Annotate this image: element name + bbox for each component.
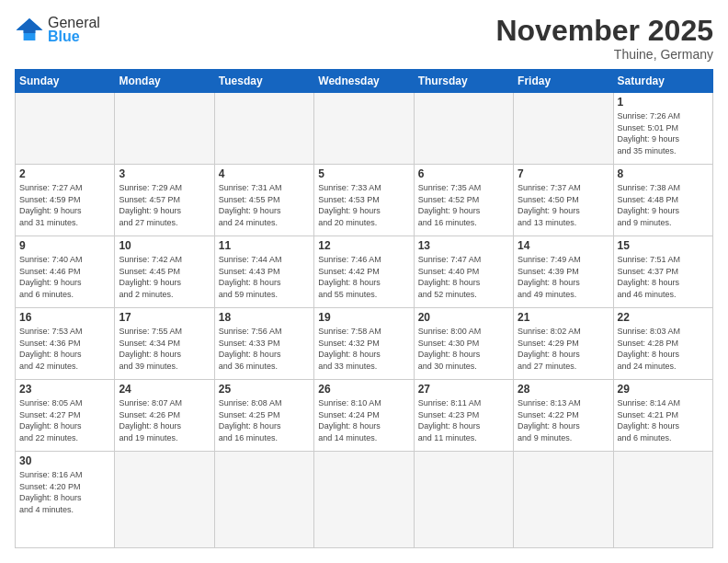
day-info: Sunrise: 8:14 AM Sunset: 4:21 PM Dayligh… (618, 397, 709, 443)
calendar-cell: 21Sunrise: 8:02 AM Sunset: 4:29 PM Dayli… (514, 308, 613, 380)
calendar-week-2: 9Sunrise: 7:40 AM Sunset: 4:46 PM Daylig… (16, 236, 713, 308)
day-info: Sunrise: 7:33 AM Sunset: 4:53 PM Dayligh… (318, 182, 409, 228)
calendar-cell: 19Sunrise: 7:58 AM Sunset: 4:32 PM Dayli… (314, 308, 414, 380)
day-info: Sunrise: 7:55 AM Sunset: 4:34 PM Dayligh… (119, 326, 210, 372)
day-number: 23 (19, 383, 110, 396)
day-number: 9 (19, 239, 110, 252)
day-number: 8 (618, 167, 709, 180)
day-header-sunday: Sunday (16, 70, 115, 93)
calendar-week-4: 23Sunrise: 8:05 AM Sunset: 4:27 PM Dayli… (16, 380, 713, 452)
day-number: 22 (618, 311, 709, 324)
day-number: 16 (19, 311, 110, 324)
calendar-cell: 24Sunrise: 8:07 AM Sunset: 4:26 PM Dayli… (115, 380, 214, 452)
day-header-friday: Friday (514, 70, 613, 93)
day-info: Sunrise: 8:07 AM Sunset: 4:26 PM Dayligh… (119, 397, 210, 443)
day-info: Sunrise: 7:27 AM Sunset: 4:59 PM Dayligh… (19, 182, 110, 228)
day-info: Sunrise: 8:08 AM Sunset: 4:25 PM Dayligh… (219, 397, 310, 443)
calendar-cell: 10Sunrise: 7:42 AM Sunset: 4:45 PM Dayli… (115, 236, 214, 308)
day-info: Sunrise: 7:38 AM Sunset: 4:48 PM Dayligh… (618, 182, 709, 228)
calendar-cell: 7Sunrise: 7:37 AM Sunset: 4:50 PM Daylig… (514, 165, 613, 236)
calendar-cell: 18Sunrise: 7:56 AM Sunset: 4:33 PM Dayli… (214, 308, 313, 380)
day-number: 3 (119, 167, 210, 180)
calendar-cell (16, 93, 115, 165)
day-info: Sunrise: 7:31 AM Sunset: 4:55 PM Dayligh… (219, 182, 310, 228)
day-number: 21 (518, 311, 609, 324)
page: General Blue November 2025 Thuine, Germa… (0, 0, 728, 563)
day-number: 5 (318, 167, 409, 180)
day-number: 27 (418, 383, 509, 396)
day-header-saturday: Saturday (613, 70, 712, 93)
calendar-cell: 20Sunrise: 8:00 AM Sunset: 4:30 PM Dayli… (414, 308, 513, 380)
calendar-cell: 4Sunrise: 7:31 AM Sunset: 4:55 PM Daylig… (214, 165, 313, 236)
calendar-cell (314, 452, 414, 548)
calendar-cell: 22Sunrise: 8:03 AM Sunset: 4:28 PM Dayli… (613, 308, 712, 380)
calendar-cell: 17Sunrise: 7:55 AM Sunset: 4:34 PM Dayli… (115, 308, 214, 380)
day-info: Sunrise: 7:42 AM Sunset: 4:45 PM Dayligh… (119, 254, 210, 300)
calendar-cell (115, 452, 214, 548)
calendar-cell (214, 452, 313, 548)
day-info: Sunrise: 7:51 AM Sunset: 4:37 PM Dayligh… (618, 254, 709, 300)
calendar-cell: 15Sunrise: 7:51 AM Sunset: 4:37 PM Dayli… (613, 236, 712, 308)
day-info: Sunrise: 7:44 AM Sunset: 4:43 PM Dayligh… (219, 254, 310, 300)
calendar-cell: 9Sunrise: 7:40 AM Sunset: 4:46 PM Daylig… (16, 236, 115, 308)
day-info: Sunrise: 7:29 AM Sunset: 4:57 PM Dayligh… (119, 182, 210, 228)
day-info: Sunrise: 7:53 AM Sunset: 4:36 PM Dayligh… (19, 326, 110, 372)
logo: General Blue (15, 15, 100, 44)
day-number: 1 (618, 96, 709, 109)
day-info: Sunrise: 7:56 AM Sunset: 4:33 PM Dayligh… (219, 326, 310, 372)
day-info: Sunrise: 7:46 AM Sunset: 4:42 PM Dayligh… (318, 254, 409, 300)
day-info: Sunrise: 7:40 AM Sunset: 4:46 PM Dayligh… (19, 254, 110, 300)
day-info: Sunrise: 7:26 AM Sunset: 5:01 PM Dayligh… (618, 110, 709, 156)
title-block: November 2025 Thuine, Germany (495, 15, 713, 62)
calendar-cell: 23Sunrise: 8:05 AM Sunset: 4:27 PM Dayli… (16, 380, 115, 452)
calendar-week-3: 16Sunrise: 7:53 AM Sunset: 4:36 PM Dayli… (16, 308, 713, 380)
calendar-cell: 6Sunrise: 7:35 AM Sunset: 4:52 PM Daylig… (414, 165, 513, 236)
day-number: 24 (119, 383, 210, 396)
svg-marker-1 (17, 18, 43, 33)
calendar-cell: 1Sunrise: 7:26 AM Sunset: 5:01 PM Daylig… (613, 93, 712, 165)
calendar-cell: 13Sunrise: 7:47 AM Sunset: 4:40 PM Dayli… (414, 236, 513, 308)
day-number: 19 (318, 311, 409, 324)
day-number: 28 (518, 383, 609, 396)
day-header-thursday: Thursday (414, 70, 513, 93)
day-number: 15 (618, 239, 709, 252)
day-number: 13 (418, 239, 509, 252)
calendar-week-0: 1Sunrise: 7:26 AM Sunset: 5:01 PM Daylig… (16, 93, 713, 165)
day-info: Sunrise: 7:58 AM Sunset: 4:32 PM Dayligh… (318, 326, 409, 372)
day-number: 29 (618, 383, 709, 396)
day-number: 20 (418, 311, 509, 324)
day-info: Sunrise: 8:05 AM Sunset: 4:27 PM Dayligh… (19, 397, 110, 443)
calendar-cell: 14Sunrise: 7:49 AM Sunset: 4:39 PM Dayli… (514, 236, 613, 308)
calendar-cell: 12Sunrise: 7:46 AM Sunset: 4:42 PM Dayli… (314, 236, 414, 308)
calendar-cell: 11Sunrise: 7:44 AM Sunset: 4:43 PM Dayli… (214, 236, 313, 308)
calendar-cell: 3Sunrise: 7:29 AM Sunset: 4:57 PM Daylig… (115, 165, 214, 236)
calendar-week-1: 2Sunrise: 7:27 AM Sunset: 4:59 PM Daylig… (16, 165, 713, 236)
day-info: Sunrise: 7:49 AM Sunset: 4:39 PM Dayligh… (518, 254, 609, 300)
day-number: 11 (219, 239, 310, 252)
day-number: 26 (318, 383, 409, 396)
calendar-cell (514, 452, 613, 548)
calendar-cell (414, 452, 513, 548)
day-info: Sunrise: 8:03 AM Sunset: 4:28 PM Dayligh… (618, 326, 709, 372)
day-number: 2 (19, 167, 110, 180)
day-info: Sunrise: 8:00 AM Sunset: 4:30 PM Dayligh… (418, 326, 509, 372)
day-number: 14 (518, 239, 609, 252)
month-title: November 2025 (495, 15, 713, 47)
calendar-cell (414, 93, 513, 165)
day-number: 10 (119, 239, 210, 252)
day-number: 6 (418, 167, 509, 180)
day-info: Sunrise: 7:35 AM Sunset: 4:52 PM Dayligh… (418, 182, 509, 228)
logo-icon (15, 17, 44, 42)
subtitle: Thuine, Germany (495, 47, 713, 62)
calendar-cell (115, 93, 214, 165)
calendar-table: SundayMondayTuesdayWednesdayThursdayFrid… (15, 69, 713, 548)
calendar-cell: 5Sunrise: 7:33 AM Sunset: 4:53 PM Daylig… (314, 165, 414, 236)
day-number: 7 (518, 167, 609, 180)
header: General Blue November 2025 Thuine, Germa… (15, 15, 713, 62)
calendar-cell: 28Sunrise: 8:13 AM Sunset: 4:22 PM Dayli… (514, 380, 613, 452)
calendar-cell: 27Sunrise: 8:11 AM Sunset: 4:23 PM Dayli… (414, 380, 513, 452)
day-number: 30 (19, 454, 110, 467)
day-info: Sunrise: 8:10 AM Sunset: 4:24 PM Dayligh… (318, 397, 409, 443)
day-header-wednesday: Wednesday (314, 70, 414, 93)
calendar-cell: 26Sunrise: 8:10 AM Sunset: 4:24 PM Dayli… (314, 380, 414, 452)
